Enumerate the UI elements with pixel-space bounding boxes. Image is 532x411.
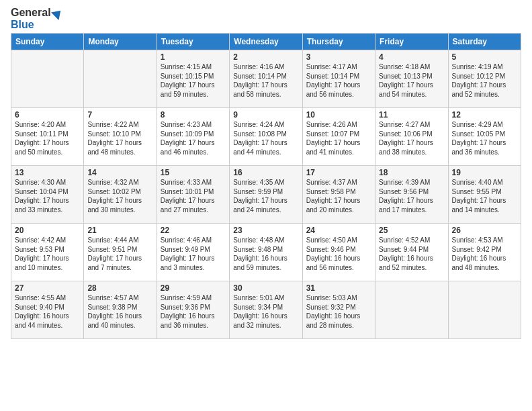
calendar-cell: 7Sunrise: 4:22 AM Sunset: 10:10 PM Dayli…: [84, 108, 157, 166]
calendar-week-row: 20Sunrise: 4:42 AM Sunset: 9:53 PM Dayli…: [11, 224, 521, 281]
calendar-cell: 27Sunrise: 4:55 AM Sunset: 9:40 PM Dayli…: [11, 281, 84, 339]
header: General Blue: [11, 7, 521, 30]
col-header-monday: Monday: [84, 34, 157, 50]
day-number: 10: [306, 110, 371, 120]
calendar-cell: 12Sunrise: 4:29 AM Sunset: 10:05 PM Dayl…: [448, 108, 521, 166]
day-number: 17: [306, 168, 371, 177]
day-number: 30: [233, 283, 298, 293]
day-info: Sunrise: 4:44 AM Sunset: 9:51 PM Dayligh…: [87, 236, 152, 272]
calendar-cell: 8Sunrise: 4:23 AM Sunset: 10:09 PM Dayli…: [157, 108, 229, 166]
calendar-cell: 18Sunrise: 4:39 AM Sunset: 9:56 PM Dayli…: [375, 166, 448, 224]
day-number: 14: [87, 168, 152, 177]
day-info: Sunrise: 4:46 AM Sunset: 9:49 PM Dayligh…: [161, 236, 226, 272]
day-number: 26: [452, 226, 517, 235]
day-info: Sunrise: 4:18 AM Sunset: 10:13 PM Daylig…: [379, 62, 444, 99]
day-info: Sunrise: 4:39 AM Sunset: 9:56 PM Dayligh…: [379, 178, 444, 214]
day-number: 3: [306, 52, 371, 62]
day-info: Sunrise: 4:48 AM Sunset: 9:48 PM Dayligh…: [233, 236, 298, 272]
day-number: 23: [233, 226, 298, 235]
day-info: Sunrise: 4:59 AM Sunset: 9:36 PM Dayligh…: [161, 293, 226, 330]
day-info: Sunrise: 4:40 AM Sunset: 9:55 PM Dayligh…: [452, 178, 517, 214]
day-number: 19: [452, 168, 517, 177]
calendar-cell: 26Sunrise: 4:53 AM Sunset: 9:42 PM Dayli…: [448, 224, 521, 281]
calendar-table: SundayMondayTuesdayWednesdayThursdayFrid…: [11, 33, 521, 339]
day-info: Sunrise: 4:30 AM Sunset: 10:04 PM Daylig…: [15, 178, 80, 214]
day-info: Sunrise: 4:37 AM Sunset: 9:58 PM Dayligh…: [306, 178, 371, 214]
col-header-tuesday: Tuesday: [157, 34, 229, 50]
col-header-sunday: Sunday: [11, 34, 84, 50]
calendar-week-row: 13Sunrise: 4:30 AM Sunset: 10:04 PM Dayl…: [11, 166, 521, 224]
day-number: 15: [161, 168, 226, 177]
calendar-week-row: 1Sunrise: 4:15 AM Sunset: 10:15 PM Dayli…: [11, 50, 521, 108]
day-info: Sunrise: 4:15 AM Sunset: 10:15 PM Daylig…: [161, 62, 226, 99]
day-number: 31: [306, 283, 371, 293]
day-info: Sunrise: 4:33 AM Sunset: 10:01 PM Daylig…: [161, 178, 226, 214]
calendar-cell: 10Sunrise: 4:26 AM Sunset: 10:07 PM Dayl…: [302, 108, 375, 166]
calendar-cell: 30Sunrise: 5:01 AM Sunset: 9:34 PM Dayli…: [230, 281, 302, 339]
calendar-cell: 21Sunrise: 4:44 AM Sunset: 9:51 PM Dayli…: [84, 224, 157, 281]
calendar-cell: 6Sunrise: 4:20 AM Sunset: 10:11 PM Dayli…: [11, 108, 84, 166]
day-info: Sunrise: 4:57 AM Sunset: 9:38 PM Dayligh…: [87, 293, 152, 330]
day-number: 20: [15, 226, 80, 235]
day-number: 21: [87, 226, 152, 235]
day-number: 16: [233, 168, 298, 177]
calendar-cell: [84, 50, 157, 108]
day-number: 12: [452, 110, 517, 120]
day-number: 22: [161, 226, 226, 235]
col-header-wednesday: Wednesday: [230, 34, 302, 50]
day-info: Sunrise: 4:52 AM Sunset: 9:44 PM Dayligh…: [379, 236, 444, 272]
day-info: Sunrise: 4:35 AM Sunset: 9:59 PM Dayligh…: [233, 178, 298, 214]
calendar-week-row: 27Sunrise: 4:55 AM Sunset: 9:40 PM Dayli…: [11, 281, 521, 339]
calendar-cell: 9Sunrise: 4:24 AM Sunset: 10:08 PM Dayli…: [230, 108, 302, 166]
day-number: 13: [15, 168, 80, 177]
calendar-cell: [375, 281, 448, 339]
calendar-week-row: 6Sunrise: 4:20 AM Sunset: 10:11 PM Dayli…: [11, 108, 521, 166]
day-info: Sunrise: 4:26 AM Sunset: 10:07 PM Daylig…: [306, 120, 371, 156]
day-info: Sunrise: 4:29 AM Sunset: 10:05 PM Daylig…: [452, 120, 517, 156]
calendar-cell: 13Sunrise: 4:30 AM Sunset: 10:04 PM Dayl…: [11, 166, 84, 224]
day-number: 27: [15, 283, 80, 293]
day-info: Sunrise: 4:23 AM Sunset: 10:09 PM Daylig…: [161, 120, 226, 156]
day-info: Sunrise: 4:20 AM Sunset: 10:11 PM Daylig…: [15, 120, 80, 156]
calendar-header-row: SundayMondayTuesdayWednesdayThursdayFrid…: [11, 34, 521, 50]
calendar-cell: 1Sunrise: 4:15 AM Sunset: 10:15 PM Dayli…: [157, 50, 229, 108]
day-number: 7: [87, 110, 152, 120]
day-info: Sunrise: 4:17 AM Sunset: 10:14 PM Daylig…: [306, 62, 371, 99]
calendar-cell: 25Sunrise: 4:52 AM Sunset: 9:44 PM Dayli…: [375, 224, 448, 281]
calendar-cell: 31Sunrise: 5:03 AM Sunset: 9:32 PM Dayli…: [302, 281, 375, 339]
logo-blue: Blue: [11, 19, 63, 31]
day-info: Sunrise: 4:32 AM Sunset: 10:02 PM Daylig…: [87, 178, 152, 214]
calendar-cell: 28Sunrise: 4:57 AM Sunset: 9:38 PM Dayli…: [84, 281, 157, 339]
day-number: 29: [161, 283, 226, 293]
col-header-saturday: Saturday: [448, 34, 521, 50]
day-number: 24: [306, 226, 371, 235]
day-info: Sunrise: 4:19 AM Sunset: 10:12 PM Daylig…: [452, 62, 517, 99]
day-number: 1: [161, 52, 226, 62]
calendar-cell: 3Sunrise: 4:17 AM Sunset: 10:14 PM Dayli…: [302, 50, 375, 108]
col-header-friday: Friday: [375, 34, 448, 50]
calendar-cell: 17Sunrise: 4:37 AM Sunset: 9:58 PM Dayli…: [302, 166, 375, 224]
col-header-thursday: Thursday: [302, 34, 375, 50]
day-info: Sunrise: 4:27 AM Sunset: 10:06 PM Daylig…: [379, 120, 444, 156]
day-number: 2: [233, 52, 298, 62]
calendar-cell: 23Sunrise: 4:48 AM Sunset: 9:48 PM Dayli…: [230, 224, 302, 281]
day-number: 5: [452, 52, 517, 62]
day-info: Sunrise: 5:01 AM Sunset: 9:34 PM Dayligh…: [233, 293, 298, 330]
calendar-cell: 4Sunrise: 4:18 AM Sunset: 10:13 PM Dayli…: [375, 50, 448, 108]
calendar-cell: 24Sunrise: 4:50 AM Sunset: 9:46 PM Dayli…: [302, 224, 375, 281]
day-info: Sunrise: 4:42 AM Sunset: 9:53 PM Dayligh…: [15, 236, 80, 272]
day-info: Sunrise: 4:55 AM Sunset: 9:40 PM Dayligh…: [15, 293, 80, 330]
day-number: 25: [379, 226, 444, 235]
day-number: 9: [233, 110, 298, 120]
day-info: Sunrise: 5:03 AM Sunset: 9:32 PM Dayligh…: [306, 293, 371, 330]
calendar-cell: 15Sunrise: 4:33 AM Sunset: 10:01 PM Dayl…: [157, 166, 229, 224]
day-number: 11: [379, 110, 444, 120]
calendar-cell: [11, 50, 84, 108]
calendar-cell: 19Sunrise: 4:40 AM Sunset: 9:55 PM Dayli…: [448, 166, 521, 224]
day-info: Sunrise: 4:24 AM Sunset: 10:08 PM Daylig…: [233, 120, 298, 156]
day-info: Sunrise: 4:53 AM Sunset: 9:42 PM Dayligh…: [452, 236, 517, 272]
day-number: 28: [87, 283, 152, 293]
calendar-cell: [448, 281, 521, 339]
calendar-cell: 16Sunrise: 4:35 AM Sunset: 9:59 PM Dayli…: [230, 166, 302, 224]
day-number: 8: [161, 110, 226, 120]
